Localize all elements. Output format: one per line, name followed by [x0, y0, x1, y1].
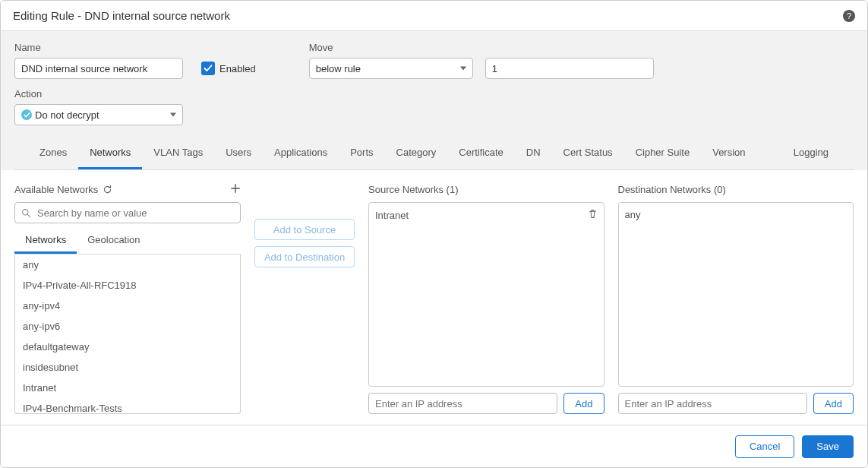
add-to-source-button[interactable]: Add to Source — [254, 219, 355, 240]
tab-vlan-tags[interactable]: VLAN Tags — [142, 138, 214, 169]
move-label: Move — [309, 42, 654, 53]
tab-certificate[interactable]: Certificate — [447, 138, 515, 169]
network-search-input[interactable] — [36, 207, 234, 220]
destination-networks-title: Destination Networks (0) — [618, 184, 726, 195]
tab-applications[interactable]: Applications — [263, 138, 339, 169]
tab-networks[interactable]: Networks — [78, 138, 142, 169]
list-item-label: Intranet — [375, 210, 409, 221]
dialog-title: Editing Rule - DND internal source netwo… — [13, 9, 230, 22]
search-icon — [21, 208, 31, 218]
add-to-destination-button[interactable]: Add to Destination — [254, 246, 355, 267]
dialog-footer: Cancel Save — [1, 425, 867, 467]
source-ip-add-button[interactable]: Add — [563, 393, 604, 414]
source-networks-column: Source Networks (1) Intranet Add — [368, 181, 604, 414]
tab-zones[interactable]: Zones — [28, 138, 78, 169]
name-input[interactable] — [14, 58, 183, 79]
rule-editor-dialog: Editing Rule - DND internal source netwo… — [0, 0, 868, 468]
tab-cipher-suite[interactable]: Cipher Suite — [624, 138, 702, 169]
available-networks-column: Available Networks NetworksGeolocation a… — [14, 181, 241, 414]
chevron-down-icon — [170, 113, 176, 117]
rule-tabs: ZonesNetworksVLAN TagsUsersApplicationsP… — [14, 138, 854, 170]
action-value: Do not decrypt — [35, 109, 99, 121]
refresh-icon[interactable] — [103, 185, 112, 194]
tab-dn[interactable]: DN — [515, 138, 552, 169]
list-item[interactable]: IPv4-Benchmark-Tests — [15, 398, 240, 414]
tab-users[interactable]: Users — [214, 138, 263, 169]
list-item[interactable]: Intranet — [375, 207, 598, 223]
tab-category[interactable]: Category — [385, 138, 448, 169]
action-select[interactable]: Do not decrypt — [14, 104, 183, 125]
tab-ports[interactable]: Ports — [339, 138, 384, 169]
move-position-value: below rule — [316, 63, 361, 74]
do-not-decrypt-icon — [21, 109, 32, 120]
move-position-select[interactable]: below rule — [309, 58, 473, 79]
search-wrap — [14, 202, 241, 223]
list-item[interactable]: Intranet — [15, 378, 240, 398]
subtab-networks[interactable]: Networks — [14, 228, 77, 254]
move-number-input[interactable] — [485, 58, 654, 79]
source-networks-list[interactable]: Intranet — [368, 202, 604, 387]
tab-cert-status[interactable]: Cert Status — [552, 138, 624, 169]
list-item[interactable]: IPv4-Private-All-RFC1918 — [15, 275, 240, 296]
available-subtabs: NetworksGeolocation — [14, 228, 241, 255]
destination-ip-input[interactable] — [618, 393, 807, 414]
form-area: Name Enabled Move below rule — [1, 31, 867, 170]
list-item[interactable]: any-ipv4 — [15, 296, 240, 316]
destination-ip-add-button[interactable]: Add — [813, 393, 854, 414]
list-item[interactable]: any-ipv6 — [15, 316, 240, 337]
enabled-checkbox[interactable] — [201, 62, 215, 75]
networks-panel: Available Networks NetworksGeolocation a… — [1, 170, 867, 425]
transfer-buttons-column: Add to Source Add to Destination — [254, 181, 355, 414]
dialog-header: Editing Rule - DND internal source netwo… — [1, 1, 867, 31]
cancel-button[interactable]: Cancel — [735, 435, 794, 458]
tab-logging[interactable]: Logging — [782, 138, 840, 169]
destination-networks-column: Destination Networks (0) any Add — [618, 181, 854, 414]
add-network-icon[interactable] — [230, 182, 241, 196]
subtab-geolocation[interactable]: Geolocation — [77, 228, 150, 254]
save-button[interactable]: Save — [802, 435, 854, 458]
available-networks-title: Available Networks — [14, 184, 98, 195]
source-networks-title: Source Networks (1) — [368, 184, 458, 195]
enabled-label: Enabled — [219, 63, 256, 74]
name-label: Name — [14, 42, 183, 53]
source-ip-input[interactable] — [368, 393, 557, 414]
list-item[interactable]: any — [15, 255, 240, 275]
list-item: any — [625, 207, 847, 222]
destination-networks-list[interactable]: any — [618, 202, 854, 387]
list-item[interactable]: defaultgateway — [15, 337, 240, 357]
tab-version[interactable]: Version — [701, 138, 756, 169]
available-networks-list[interactable]: anyIPv4-Private-All-RFC1918any-ipv4any-i… — [14, 255, 241, 414]
help-icon[interactable]: ? — [843, 10, 855, 22]
trash-icon[interactable] — [588, 209, 598, 221]
list-item-label: any — [625, 209, 641, 220]
chevron-down-icon — [460, 67, 466, 71]
action-label: Action — [14, 88, 183, 100]
list-item[interactable]: insidesubnet — [15, 357, 240, 378]
